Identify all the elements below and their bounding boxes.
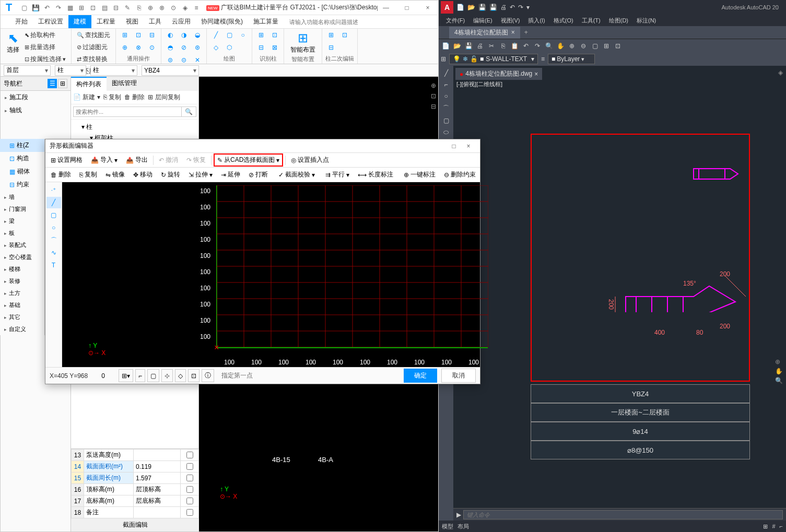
copy-button[interactable]: ⎘ 复制 — [103, 93, 121, 102]
status-icon[interactable]: ⊞ — [763, 523, 768, 530]
grid-toggle-icon[interactable]: ⊞▾ — [119, 369, 133, 382]
tool-icon[interactable]: 📋 — [510, 42, 519, 50]
byprop-select-button[interactable]: ⊡ 按属性选择 ▾ — [22, 54, 68, 65]
command-input[interactable] — [463, 510, 783, 519]
qat-icon[interactable]: ⊟ — [111, 3, 121, 13]
line-tool-icon[interactable]: ╱ — [439, 68, 453, 78]
qat-open-icon[interactable]: 📂 — [467, 4, 475, 11]
menu-file[interactable]: 文件(F) — [443, 16, 468, 26]
ribbon-tab-quantity[interactable]: 工程量 — [91, 15, 121, 28]
select-button[interactable]: ⬉ 选择 — [4, 30, 22, 65]
view-label[interactable]: [-][俯视][二维线框] — [456, 80, 502, 88]
qat-icon[interactable]: ⊞ — [77, 3, 86, 13]
tool-icon[interactable]: ⊡ — [133, 30, 144, 40]
tool-icon[interactable]: ↶ — [521, 42, 531, 50]
nav-view-grid-icon[interactable]: ⊞ — [58, 79, 67, 88]
ortho-icon[interactable]: ▢ — [147, 369, 159, 382]
pick-button[interactable]: ⬉ 拾取构件 — [22, 30, 68, 41]
minimize-button[interactable]: — — [378, 4, 394, 11]
find-element-button[interactable]: 🔍 查找图元 — [75, 30, 112, 41]
ribbon-tab-cloud[interactable]: 云应用 — [167, 15, 196, 28]
tool-icon[interactable]: ⊟ — [255, 42, 267, 53]
cancel-button[interactable]: 取消 — [441, 369, 476, 383]
qat-print-icon[interactable]: 🖨 — [500, 4, 507, 11]
menu-edit[interactable]: 编辑(E) — [470, 16, 496, 26]
qat-new-icon[interactable]: 📄 — [456, 4, 464, 11]
prop-checkbox[interactable] — [186, 452, 193, 458]
dialog-close-button[interactable]: × — [461, 143, 476, 150]
menu-draw[interactable]: 绘图(D) — [606, 16, 631, 26]
prop-checkbox[interactable] — [186, 498, 193, 504]
qat-undo-icon[interactable]: ↶ — [42, 3, 52, 13]
tool-circle-icon[interactable]: ○ — [46, 222, 61, 233]
nav-item-wall[interactable]: 墙 — [0, 191, 44, 203]
ellipse-tool-icon[interactable]: ⬭ — [439, 127, 453, 137]
tool-icon[interactable]: ⊖ — [579, 42, 588, 50]
tool-icon[interactable]: ⊟ — [146, 30, 158, 40]
tool-icon[interactable]: ◑ — [178, 30, 190, 40]
tool-icon[interactable]: ⊠ — [269, 42, 280, 53]
viewcube-placeholder[interactable]: ◈ — [778, 69, 783, 76]
tool-icon[interactable]: ◒ — [192, 30, 203, 40]
ribbon-tab-collab[interactable]: 协同建模(限免) — [196, 15, 248, 28]
prop-value[interactable] — [134, 507, 181, 518]
copy-button[interactable]: ⎘ 复制 — [76, 169, 100, 181]
floor-dropdown[interactable]: 首层 — [4, 65, 51, 76]
tool-icon[interactable]: ⊙ — [146, 42, 158, 53]
component-dropdown[interactable]: YBZ4 — [142, 65, 199, 76]
qat-icon[interactable]: ⎘ — [134, 3, 144, 13]
dialog-canvas[interactable]: 100 100 100 100 100 100 100 100 100 100 … — [62, 182, 480, 367]
tool-icon[interactable]: ▢ — [224, 30, 235, 40]
nav-sub-constructive[interactable]: ⊡ 构造 — [0, 152, 44, 165]
cmd-icon[interactable]: ▶ — [456, 511, 461, 518]
tab-close-icon[interactable]: × — [534, 70, 538, 78]
tool-icon[interactable]: ○ — [237, 30, 249, 40]
prop-value[interactable]: 1.597 — [134, 472, 181, 484]
tab-add-icon[interactable]: + — [520, 29, 532, 36]
prop-value[interactable] — [134, 450, 181, 461]
delete-button[interactable]: 🗑 删除 — [48, 169, 74, 181]
tool-icon[interactable]: ⊘ — [178, 42, 190, 53]
tool-icon[interactable]: ⊡ — [339, 30, 350, 40]
qat-icon[interactable]: ⊙ — [169, 3, 178, 13]
nav-item-slab[interactable]: 板 — [0, 227, 44, 239]
from-cad-button[interactable]: ✎ 从CAD选择截面图 ▾ — [214, 153, 283, 167]
ribbon-tab-start[interactable]: 开始 — [10, 15, 33, 28]
nav-sub-constraint[interactable]: ⊟ 约束 — [0, 178, 44, 191]
filter-element-button[interactable]: ⊘ 过滤图元 — [75, 42, 112, 53]
tool-icon[interactable]: ⊡ — [269, 30, 280, 40]
status-icon[interactable]: ⌐ — [780, 523, 783, 529]
tool-icon[interactable]: ⊗ — [133, 42, 144, 53]
tool-icon[interactable]: ✋ — [556, 42, 565, 50]
qat-icon[interactable]: ⊡ — [88, 3, 98, 13]
nav-view-list-icon[interactable]: ☰ — [48, 79, 57, 88]
replace-button[interactable]: ⇄ 查找替换 — [75, 54, 112, 65]
nav-tool-icon[interactable]: ✋ — [775, 368, 783, 375]
ribbon-tab-tools[interactable]: 工具 — [144, 15, 167, 28]
info-icon[interactable]: ⓘ — [202, 369, 214, 382]
menu-insert[interactable]: 插入(I) — [525, 16, 548, 26]
acad-filetab-item[interactable]: 4栋墙柱定位配筋图 × — [449, 27, 520, 39]
nav-item-opening[interactable]: 门窗洞 — [0, 203, 44, 215]
maximize-button[interactable]: □ — [398, 4, 415, 11]
nav-item-prefab[interactable]: 装配式 — [0, 239, 44, 251]
nav-tool-icon[interactable]: ⊕ — [775, 358, 783, 365]
tool-icon[interactable]: ⊛ — [192, 42, 203, 53]
ribbon-tab-construction[interactable]: 施工算量 — [248, 15, 284, 28]
tool-icon[interactable]: 📄 — [441, 42, 450, 50]
prop-checkbox[interactable] — [186, 486, 193, 493]
tool-icon[interactable]: ⊞ — [255, 30, 267, 40]
tool-icon[interactable]: ✕ — [192, 55, 203, 65]
tool-arc-icon[interactable]: ⌒ — [46, 234, 61, 246]
qat-saveas-icon[interactable]: 💾 — [489, 4, 497, 11]
qat-icon[interactable]: ✎ — [123, 3, 132, 13]
tool-icon[interactable]: ⊞ — [602, 42, 611, 50]
mirror-button[interactable]: ⇋ 镜像 — [102, 169, 128, 181]
layer-select[interactable]: 💡 ❄ 🔓 ■ S-WALL-TEXT ▾ — [449, 54, 538, 64]
close-button[interactable]: × — [419, 4, 436, 11]
nav-item-custom[interactable]: 自定义 — [0, 323, 44, 335]
status-model-tab[interactable]: 模型 — [442, 523, 453, 530]
otrack-icon[interactable]: ⊡ — [188, 369, 200, 382]
tool-icon[interactable]: ⬡ — [224, 42, 235, 53]
tool-icon[interactable]: 📂 — [452, 42, 462, 50]
